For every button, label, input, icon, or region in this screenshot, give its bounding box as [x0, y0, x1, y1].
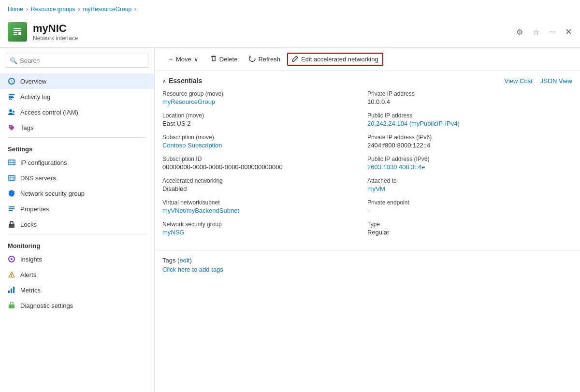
attached-to-value[interactable]: myVM	[367, 185, 385, 192]
search-input[interactable]	[6, 54, 148, 68]
close-button[interactable]: ✕	[565, 27, 572, 37]
vnet-subnet-value[interactable]: myVNet/myBackendSubnet	[162, 207, 239, 214]
attached-to-field: Attached to myVM	[367, 177, 572, 192]
breadcrumb-resource-group[interactable]: myResourceGroup	[83, 6, 131, 13]
public-ipv6-value[interactable]: 2603:1030:408:3::4e	[367, 163, 425, 171]
essentials-left-col: Resource group (move) myResourceGroup Lo…	[162, 90, 367, 243]
svg-rect-1	[9, 96, 13, 97]
public-ip-label: Public IP address	[367, 112, 572, 119]
nsg-value[interactable]: myNSG	[162, 229, 185, 236]
more-icon[interactable]: ···	[547, 26, 557, 38]
sidebar-item-metrics-label: Metrics	[20, 287, 41, 294]
essentials-right-col: Private IP address 10.0.0.4 Public IP ad…	[367, 90, 572, 243]
sidebar-item-nsg[interactable]: Network security group	[0, 186, 154, 201]
search-container: 🔍	[6, 54, 148, 68]
resource-icon	[8, 22, 27, 42]
sidebar-item-diagnostic-settings[interactable]: Diagnostic settings	[0, 298, 154, 313]
sidebar-item-insights-label: Insights	[20, 256, 42, 263]
sidebar-item-overview-label: Overview	[20, 78, 46, 85]
private-endpoint-label: Private endpoint	[367, 199, 572, 206]
edit-icon	[292, 55, 299, 63]
sidebar-item-dns-servers[interactable]: DNS servers	[0, 170, 154, 186]
diagnostic-settings-icon	[8, 302, 15, 309]
delete-icon	[210, 55, 217, 63]
svg-rect-3	[9, 99, 12, 100]
settings-divider	[8, 137, 146, 138]
resource-group-field: Resource group (move) myResourceGroup	[162, 90, 367, 105]
sidebar-item-metrics[interactable]: Metrics	[0, 282, 154, 298]
private-ipv6-label: Private IP address (IPv6)	[367, 134, 572, 141]
sidebar-item-alerts-label: Alerts	[20, 271, 36, 278]
private-ipv6-field: Private IP address (IPv6) 2404:f800:8000…	[367, 134, 572, 149]
resource-group-move-link[interactable]: move	[207, 90, 221, 97]
json-view-link[interactable]: JSON View	[540, 77, 572, 85]
settings-section-header: Settings	[0, 140, 154, 155]
move-button[interactable]: → Move ∨	[162, 53, 203, 65]
view-cost-link[interactable]: View Cost	[504, 77, 532, 85]
sidebar-item-overview[interactable]: Overview	[0, 73, 154, 89]
sidebar-item-ip-config[interactable]: IP configurations	[0, 155, 154, 170]
svg-point-4	[9, 109, 12, 112]
ip-config-icon	[8, 159, 15, 166]
pin-icon[interactable]: ⚙	[514, 26, 525, 39]
public-ip-field: Public IP address 20.242.24.104 (myPubli…	[367, 112, 572, 127]
delete-label: Delete	[219, 56, 238, 63]
sidebar-item-access-control[interactable]: Access control (IAM)	[0, 104, 154, 120]
public-ipv6-field: Public IP address (IPv6) 2603:1030:408:3…	[367, 156, 572, 171]
private-ipv6-value: 2404:f800:8000:122::4	[367, 142, 572, 149]
dns-servers-icon	[8, 174, 15, 182]
favorite-icon[interactable]: ☆	[531, 26, 541, 39]
breadcrumb-resource-groups[interactable]: Resource groups	[31, 6, 75, 13]
svg-rect-15	[9, 208, 14, 209]
location-move-link[interactable]: move	[188, 112, 202, 119]
sidebar-item-iam-label: Access control (IAM)	[20, 109, 78, 116]
accelerated-networking-label: Accelerated networking	[162, 177, 367, 184]
breadcrumb: Home › Resource groups › myResourceGroup…	[0, 0, 580, 18]
public-ip-value[interactable]: 20.242.24.104 (myPublicIP-IPv4)	[367, 120, 460, 127]
sidebar-item-activity-log[interactable]: Activity log	[0, 89, 154, 104]
subscription-field: Subscription (move) Contoso Subscription	[162, 134, 367, 149]
type-label: Type	[367, 221, 572, 228]
resource-group-value[interactable]: myResourceGroup	[162, 98, 215, 105]
sidebar-item-properties[interactable]: Properties	[0, 201, 154, 217]
insights-icon	[8, 255, 15, 263]
sidebar-item-dns-label: DNS servers	[20, 174, 56, 182]
refresh-icon	[249, 55, 256, 63]
svg-point-5	[13, 111, 14, 113]
monitoring-section-header: Monitoring	[0, 236, 154, 251]
tags-edit-link[interactable]: edit	[179, 257, 189, 264]
toolbar: → Move ∨ Delete Refresh Edit ac	[155, 48, 580, 71]
edit-accelerated-label: Edit accelerated networking	[301, 56, 378, 63]
subscription-id-field: Subscription ID 00000000-0000-0000-0000-…	[162, 156, 367, 171]
delete-button[interactable]: Delete	[205, 53, 243, 66]
search-icon: 🔍	[10, 57, 17, 64]
overview-icon	[8, 77, 15, 85]
svg-rect-19	[8, 290, 10, 293]
refresh-button[interactable]: Refresh	[244, 53, 285, 66]
edit-accelerated-button[interactable]: Edit accelerated networking	[287, 53, 383, 66]
type-value: Regular	[367, 229, 572, 236]
metrics-icon	[8, 286, 15, 294]
sidebar-item-locks[interactable]: Locks	[0, 217, 154, 232]
page-subtitle: Network interface	[33, 35, 514, 42]
sidebar-item-insights[interactable]: Insights	[0, 251, 154, 267]
sidebar-item-tags[interactable]: Tags	[0, 120, 154, 135]
essentials-header: ∧ Essentials View Cost JSON View	[155, 71, 580, 90]
nsg-label: Network security group	[162, 221, 367, 228]
public-ipv6-label: Public IP address (IPv6)	[367, 156, 572, 162]
subscription-move-link[interactable]: move	[198, 134, 212, 141]
essentials-collapse-icon[interactable]: ∧	[162, 78, 166, 84]
main-layout: 🔍 Overview Activity log Access control (…	[0, 48, 580, 392]
breadcrumb-home[interactable]: Home	[8, 6, 23, 13]
access-control-icon	[8, 108, 15, 116]
sidebar: 🔍 Overview Activity log Access control (…	[0, 48, 155, 392]
private-ip-value: 10.0.0.4	[367, 98, 572, 105]
svg-rect-14	[9, 206, 14, 207]
sidebar-item-alerts[interactable]: Alerts	[0, 267, 154, 282]
sidebar-item-nsg-label: Network security group	[20, 190, 85, 197]
subscription-value[interactable]: Contoso Subscription	[162, 142, 222, 149]
accelerated-networking-field: Accelerated networking Disabled	[162, 177, 367, 192]
add-tags-link[interactable]: Click here to add tags	[162, 266, 223, 273]
location-value: East US 2	[162, 120, 367, 127]
svg-rect-0	[9, 94, 14, 95]
